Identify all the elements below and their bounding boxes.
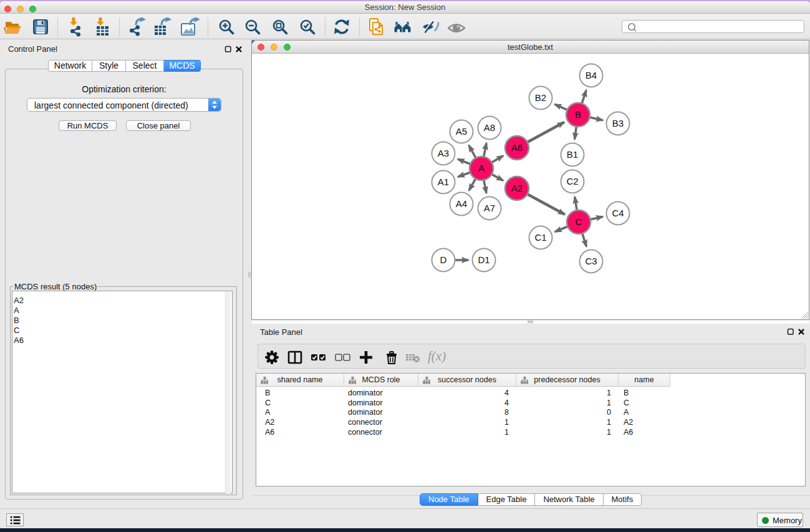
svg-text:B: B xyxy=(575,109,581,120)
svg-text:A3: A3 xyxy=(438,148,449,158)
svg-text:A1: A1 xyxy=(438,177,449,187)
svg-text:A6: A6 xyxy=(511,142,523,153)
svg-text:C4: C4 xyxy=(612,208,624,218)
svg-text:C2: C2 xyxy=(566,176,578,186)
svg-text:B2: B2 xyxy=(535,92,546,103)
svg-text:D: D xyxy=(440,254,447,265)
svg-text:D1: D1 xyxy=(478,254,489,265)
svg-text:B3: B3 xyxy=(612,118,624,128)
svg-text:A: A xyxy=(478,163,485,173)
svg-text:A7: A7 xyxy=(484,203,495,213)
svg-text:A4: A4 xyxy=(456,198,467,209)
svg-text:C3: C3 xyxy=(585,256,597,266)
svg-text:B1: B1 xyxy=(567,149,578,160)
svg-text:A8: A8 xyxy=(484,122,495,133)
svg-text:A5: A5 xyxy=(456,126,467,137)
svg-text:C: C xyxy=(576,216,582,227)
svg-text:C1: C1 xyxy=(534,232,546,243)
svg-text:A2: A2 xyxy=(511,183,523,193)
svg-text:B4: B4 xyxy=(586,70,597,80)
